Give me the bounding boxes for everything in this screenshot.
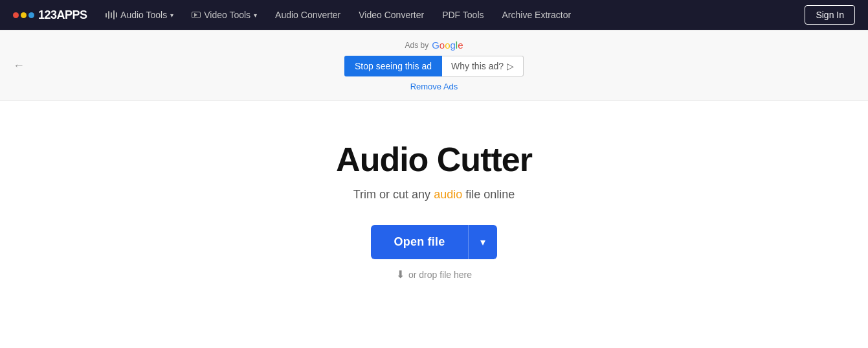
open-file-btn-group: Open file ▾	[371, 225, 498, 259]
open-file-area: Open file ▾ ⬇ or drop file here	[371, 225, 498, 281]
nav-items: Audio Tools ▾ Video Tools ▾ Audio Conver…	[98, 6, 801, 24]
subtitle-after: file online	[462, 188, 515, 201]
nav-item-video-converter[interactable]: Video Converter	[351, 6, 432, 24]
audio-tools-chevron: ▾	[170, 12, 173, 19]
ad-back-button[interactable]: ←	[13, 59, 25, 73]
drop-hint-label: or drop file here	[408, 270, 472, 280]
ad-inner: Ads by Google Stop seeing this ad Why th…	[0, 40, 868, 91]
video-tools-chevron: ▾	[254, 12, 257, 19]
dot-red	[13, 12, 19, 18]
remove-ads-link[interactable]: Remove Ads	[410, 82, 458, 91]
stop-seeing-button[interactable]: Stop seeing this ad	[344, 56, 442, 76]
waveform-icon	[106, 10, 118, 19]
subtitle-before: Trim or cut any	[353, 188, 434, 201]
ad-section: ← Ads by Google Stop seeing this ad Why …	[0, 30, 868, 101]
sign-in-button[interactable]: Sign In	[805, 5, 855, 25]
why-this-ad-icon: ▷	[507, 61, 514, 71]
pdf-tools-label: PDF Tools	[442, 10, 484, 20]
nav-item-audio-converter[interactable]: Audio Converter	[267, 6, 348, 24]
nav-item-pdf-tools[interactable]: PDF Tools	[434, 6, 491, 24]
nav-item-video-tools[interactable]: Video Tools ▾	[184, 6, 265, 24]
dot-blue	[28, 12, 34, 18]
page-subtitle: Trim or cut any audio file online	[353, 188, 515, 202]
video-converter-label: Video Converter	[359, 10, 424, 20]
drop-icon: ⬇	[396, 268, 405, 281]
page-title: Audio Cutter	[336, 140, 532, 179]
open-file-button[interactable]: Open file	[371, 225, 469, 259]
audio-converter-label: Audio Converter	[275, 10, 340, 20]
logo-dots	[13, 12, 34, 18]
video-tools-label: Video Tools	[204, 10, 250, 20]
ad-buttons: Stop seeing this ad Why this ad? ▷	[344, 56, 524, 76]
dot-yellow	[21, 12, 27, 18]
logo-area[interactable]: 123APPS	[13, 8, 87, 22]
open-file-dropdown-button[interactable]: ▾	[468, 225, 497, 259]
navbar: 123APPS Audio Tools ▾ Video Tools ▾ Audi…	[0, 0, 868, 30]
subtitle-highlight: audio	[434, 188, 462, 201]
drop-hint: ⬇ or drop file here	[396, 268, 472, 281]
why-this-ad-button[interactable]: Why this ad? ▷	[442, 56, 524, 76]
ads-by-label: Ads by	[405, 41, 428, 50]
archive-extractor-label: Archive Extractor	[502, 10, 572, 20]
video-icon	[192, 12, 201, 18]
main-content: Audio Cutter Trim or cut any audio file …	[0, 101, 868, 307]
google-logo: Google	[432, 40, 463, 51]
ads-by-google: Ads by Google	[405, 40, 463, 51]
logo-text: 123APPS	[38, 8, 87, 22]
nav-item-archive-extractor[interactable]: Archive Extractor	[495, 6, 579, 24]
audio-tools-label: Audio Tools	[120, 10, 167, 20]
nav-item-audio-tools[interactable]: Audio Tools ▾	[98, 6, 182, 24]
dropdown-chevron-icon: ▾	[480, 237, 485, 248]
